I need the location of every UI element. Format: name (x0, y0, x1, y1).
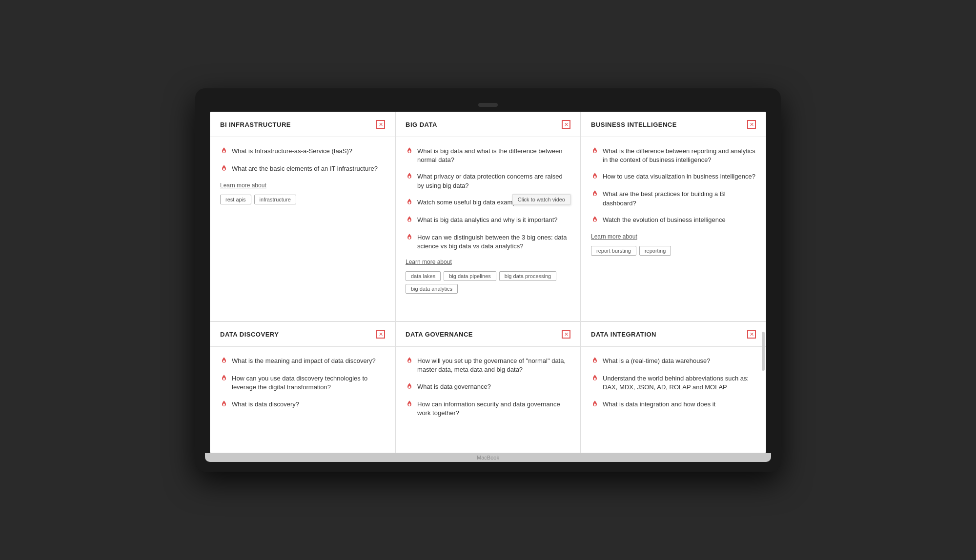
close-button-bi-infrastructure[interactable]: ✕ (376, 120, 385, 129)
question-text: How can you use data discovery technolog… (232, 374, 385, 392)
question-item[interactable]: How can information security and data go… (406, 400, 570, 418)
fire-icon (591, 190, 599, 200)
question-text: What is a (real-time) data warehouse? (603, 357, 710, 365)
fire-icon (406, 233, 413, 243)
panel-body-data-discovery: What is the meaning and impact of data d… (210, 347, 395, 453)
fire-icon (591, 400, 599, 410)
tag[interactable]: infrastructure (254, 195, 296, 204)
close-button-data-governance[interactable]: ✕ (562, 330, 570, 339)
tag[interactable]: big data processing (499, 271, 556, 281)
question-text: What privacy or data protection concerns… (417, 172, 570, 190)
tooltip-click-to-watch: Click to watch video (512, 194, 570, 205)
question-item[interactable]: How will you set up the governance of "n… (406, 357, 570, 374)
fire-icon (220, 147, 228, 157)
fire-icon (591, 147, 599, 157)
learn-more-link[interactable]: Learn more about (591, 233, 756, 240)
question-text: How to use data visualization in busines… (603, 172, 755, 181)
fire-icon (406, 147, 413, 157)
tag[interactable]: data lakes (406, 271, 441, 281)
tag[interactable]: big data pipelines (444, 271, 496, 281)
question-item[interactable]: What is a (real-time) data warehouse? (591, 357, 756, 366)
question-text: Watch the evolution of business intellig… (603, 216, 726, 224)
question-item[interactable]: What is the difference between reporting… (591, 147, 756, 164)
tag[interactable]: reporting (639, 246, 671, 256)
question-text: What is the difference between reporting… (603, 147, 756, 164)
fire-icon (220, 357, 228, 366)
question-item[interactable]: How can we distinguish between the 3 big… (406, 233, 570, 251)
question-text: What is Infrastructure-as-a-Service (Iaa… (232, 147, 352, 156)
question-text: What are the best practices for building… (603, 190, 756, 207)
question-text: How can we distinguish between the 3 big… (417, 233, 570, 251)
panel-business-intelligence: BUSINESS INTELLIGENCE✕ What is the diffe… (581, 112, 766, 321)
question-item[interactable]: What is big data analytics and why is it… (406, 216, 570, 225)
question-item[interactable]: What is big data and what is the differe… (406, 147, 570, 164)
screen-content: BI INFRASTRUCTURE✕ What is Infrastructur… (210, 112, 766, 453)
question-text: What is big data analytics and why is it… (417, 216, 558, 224)
question-text: How will you set up the governance of "n… (417, 357, 570, 374)
panel-header-bi-infrastructure: BI INFRASTRUCTURE✕ (210, 112, 395, 137)
question-item[interactable]: What are the best practices for building… (591, 190, 756, 207)
fire-icon (591, 357, 599, 366)
panel-bi-infrastructure: BI INFRASTRUCTURE✕ What is Infrastructur… (210, 112, 395, 321)
close-button-data-discovery[interactable]: ✕ (376, 330, 385, 339)
laptop-notch (478, 103, 498, 107)
panel-big-data: BIG DATA✕ What is big data and what is t… (395, 112, 581, 321)
panel-data-integration: DATA INTEGRATION✕ What is a (real-time) … (581, 321, 766, 453)
panel-data-governance: DATA GOVERNANCE✕ How will you set up the… (395, 321, 581, 453)
fire-icon (220, 400, 228, 410)
question-text: What is data integration and how does it (603, 400, 715, 409)
question-item[interactable]: What is data integration and how does it (591, 400, 756, 410)
tag[interactable]: report bursting (591, 246, 636, 256)
learn-more-link[interactable]: Learn more about (406, 259, 570, 265)
tags-container: report burstingreporting (591, 246, 756, 256)
panel-body-big-data: What is big data and what is the differe… (396, 137, 580, 321)
fire-icon (220, 374, 228, 384)
question-item[interactable]: How can you use data discovery technolog… (220, 374, 385, 392)
question-item[interactable]: What is data discovery? (220, 400, 385, 410)
panel-header-business-intelligence: BUSINESS INTELLIGENCE✕ (581, 112, 766, 137)
question-item[interactable]: Watch the evolution of business intellig… (591, 216, 756, 225)
fire-icon (591, 216, 599, 225)
question-item[interactable]: What is the meaning and impact of data d… (220, 357, 385, 366)
fire-icon (591, 172, 599, 182)
panel-body-data-governance: How will you set up the governance of "n… (396, 347, 580, 453)
fire-icon (220, 164, 228, 174)
question-text: What is data discovery? (232, 400, 299, 409)
fire-icon (406, 172, 413, 182)
question-item[interactable]: Understand the world behind abbreviation… (591, 374, 756, 392)
laptop-base (205, 453, 771, 462)
question-item[interactable]: What are the basic elements of an IT inf… (220, 164, 385, 174)
question-text: What is data governance? (417, 382, 491, 391)
laptop-frame: BI INFRASTRUCTURE✕ What is Infrastructur… (195, 88, 781, 472)
fire-icon (406, 198, 413, 208)
panel-header-data-governance: DATA GOVERNANCE✕ (396, 322, 580, 347)
close-button-data-integration[interactable]: ✕ (747, 330, 756, 339)
question-item[interactable]: How to use data visualization in busines… (591, 172, 756, 182)
tag[interactable]: rest apis (220, 195, 251, 204)
tag[interactable]: big data analytics (406, 284, 458, 294)
question-item[interactable]: What is data governance? (406, 382, 570, 392)
panel-title-data-discovery: DATA DISCOVERY (220, 331, 279, 338)
tags-container: data lakesbig data pipelinesbig data pro… (406, 271, 570, 294)
panel-title-business-intelligence: BUSINESS INTELLIGENCE (591, 121, 677, 128)
fire-icon (591, 374, 599, 384)
panel-title-data-integration: DATA INTEGRATION (591, 331, 656, 338)
panel-header-data-discovery: DATA DISCOVERY✕ (210, 322, 395, 347)
question-item[interactable]: What privacy or data protection concerns… (406, 172, 570, 190)
fire-icon (406, 216, 413, 225)
close-button-big-data[interactable]: ✕ (562, 120, 570, 129)
learn-more-link[interactable]: Learn more about (220, 182, 385, 189)
question-text: What are the basic elements of an IT inf… (232, 164, 378, 173)
fire-icon (406, 400, 413, 410)
question-text: What is the meaning and impact of data d… (232, 357, 376, 365)
panel-title-data-governance: DATA GOVERNANCE (406, 331, 473, 338)
scrollbar[interactable] (762, 332, 765, 371)
question-text: Understand the world behind abbreviation… (603, 374, 756, 392)
question-item[interactable]: What is Infrastructure-as-a-Service (Iaa… (220, 147, 385, 157)
close-button-business-intelligence[interactable]: ✕ (747, 120, 756, 129)
panel-title-bi-infrastructure: BI INFRASTRUCTURE (220, 121, 291, 128)
tags-container: rest apisinfrastructure (220, 195, 385, 204)
panel-body-bi-infrastructure: What is Infrastructure-as-a-Service (Iaa… (210, 137, 395, 321)
panel-header-big-data: BIG DATA✕ (396, 112, 580, 137)
panel-data-discovery: DATA DISCOVERY✕ What is the meaning and … (210, 321, 395, 453)
